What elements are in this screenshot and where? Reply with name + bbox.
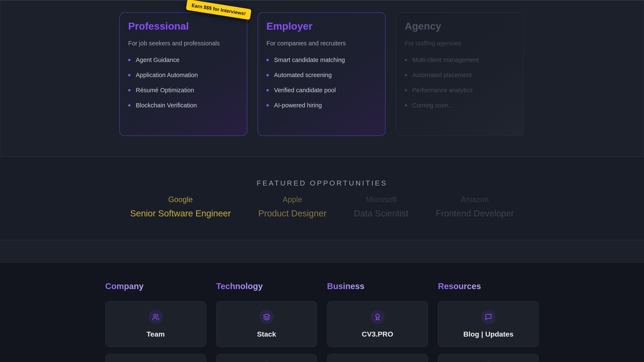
plan-feature-label: Automated placement bbox=[412, 72, 472, 79]
award-icon bbox=[370, 310, 385, 324]
plan-feature-list: Multi-client management Automated placem… bbox=[405, 56, 515, 109]
bullet-dot-icon bbox=[266, 59, 269, 61]
bullet-dot-icon bbox=[128, 59, 130, 61]
plan-card-employer[interactable]: Employer For companies and recruiters Sm… bbox=[258, 12, 386, 136]
footer: Company Team Technology Stack Business C… bbox=[0, 263, 644, 362]
plan-feature-item: Agent Guidance bbox=[128, 56, 238, 63]
footer-column-company: Company Team bbox=[105, 282, 206, 362]
plan-title: Agency bbox=[405, 20, 515, 32]
plan-feature-item: Smart candidate matching bbox=[266, 56, 377, 63]
plan-feature-label: Performance analytics bbox=[412, 87, 473, 94]
footer-link-card[interactable]: Team bbox=[105, 301, 206, 347]
plan-subtitle: For companies and recruiters bbox=[266, 40, 377, 47]
plan-feature-label: Smart candidate matching bbox=[274, 56, 345, 63]
plan-title: Employer bbox=[266, 20, 377, 32]
footer-column-technology: Technology Stack bbox=[216, 282, 317, 362]
plan-feature-item: Coming soon... bbox=[405, 102, 515, 109]
bullet-dot-icon bbox=[266, 104, 269, 107]
bullet-dot-icon bbox=[266, 74, 269, 76]
plan-feature-list: Agent Guidance Application Automation Ré… bbox=[128, 56, 238, 109]
plan-feature-item: Multi-client management bbox=[405, 56, 515, 63]
plan-feature-item: Automated screening bbox=[266, 72, 377, 79]
featured-job[interactable]: Apple Product Designer bbox=[258, 195, 327, 218]
plan-feature-item: Application Automation bbox=[128, 72, 238, 79]
featured-section: FEATURED OPPORTUNITIES Google Senior Sof… bbox=[0, 157, 644, 240]
bullet-dot-icon bbox=[405, 89, 407, 91]
job-role: Product Designer bbox=[258, 208, 327, 218]
plan-feature-label: Application Automation bbox=[136, 72, 198, 79]
job-company: Amazon bbox=[436, 195, 514, 204]
footer-column-cards: CV3.PRO bbox=[327, 301, 428, 362]
footer-link-card[interactable]: Blog | Updates bbox=[438, 301, 539, 347]
plan-feature-label: AI-powered hiring bbox=[274, 102, 322, 109]
plan-cards-row: Earn $$$ for Interviews! Professional Fo… bbox=[119, 0, 525, 136]
plan-feature-item: Résumé Optimization bbox=[128, 87, 238, 94]
featured-job[interactable]: Amazon Frontend Developer bbox=[436, 195, 514, 218]
footer-column-cards: Stack bbox=[216, 301, 317, 362]
plan-feature-item: Verified candidate pool bbox=[266, 87, 377, 94]
bullet-dot-icon bbox=[405, 74, 407, 76]
plan-subtitle: For job seekers and professionals bbox=[128, 40, 238, 47]
featured-job[interactable]: Google Senior Software Engineer bbox=[130, 195, 231, 218]
users-icon bbox=[148, 310, 163, 324]
footer-card-label: Team bbox=[146, 330, 164, 338]
plan-feature-label: Verified candidate pool bbox=[274, 87, 336, 94]
plan-feature-label: Automated screening bbox=[274, 72, 332, 79]
footer-column-resources: Resources Blog | Updates bbox=[438, 282, 539, 362]
featured-job[interactable]: Microsoft Data Scientist bbox=[354, 195, 408, 218]
plan-subtitle: For staffing agencies bbox=[405, 40, 515, 47]
footer-card-label: CV3.PRO bbox=[362, 330, 393, 338]
plan-feature-item: Automated placement bbox=[405, 72, 515, 79]
job-role: Frontend Developer bbox=[436, 208, 514, 218]
bullet-dot-icon bbox=[405, 104, 407, 107]
job-company: Google bbox=[130, 195, 231, 204]
featured-jobs-row: Google Senior Software Engineer Apple Pr… bbox=[0, 195, 644, 218]
footer-link-card-partial[interactable] bbox=[216, 354, 317, 362]
footer-card-label: Blog | Updates bbox=[463, 330, 513, 338]
job-company: Microsoft bbox=[354, 195, 408, 204]
plan-feature-label: Multi-client management bbox=[412, 56, 479, 63]
plan-feature-item: AI-powered hiring bbox=[266, 102, 377, 109]
landing-page: Earn $$$ for Interviews! Professional Fo… bbox=[0, 0, 644, 362]
footer-column-business: Business CV3.PRO bbox=[327, 282, 428, 362]
footer-column-heading: Technology bbox=[216, 282, 263, 291]
message-square-icon bbox=[481, 310, 496, 324]
plan-feature-list: Smart candidate matching Automated scree… bbox=[266, 56, 377, 109]
job-role: Senior Software Engineer bbox=[130, 208, 231, 218]
plan-feature-label: Résumé Optimization bbox=[136, 87, 194, 94]
plan-feature-label: Coming soon... bbox=[412, 102, 453, 109]
plan-card-professional[interactable]: Professional For job seekers and profess… bbox=[119, 12, 247, 136]
footer-grid: Company Team Technology Stack Business C… bbox=[105, 282, 539, 362]
featured-title: FEATURED OPPORTUNITIES bbox=[0, 157, 644, 187]
plan-card-agency[interactable]: Agency For staffing agencies Multi-clien… bbox=[396, 12, 524, 136]
bullet-dot-icon bbox=[128, 74, 130, 76]
plan-feature-item: Performance analytics bbox=[405, 87, 515, 94]
bullet-dot-icon bbox=[128, 89, 130, 91]
spacer-strip bbox=[0, 240, 644, 263]
footer-column-heading: Company bbox=[105, 282, 144, 291]
plans-section: Earn $$$ for Interviews! Professional Fo… bbox=[0, 0, 644, 157]
bullet-dot-icon bbox=[128, 104, 130, 107]
job-role: Data Scientist bbox=[354, 208, 408, 218]
footer-link-card[interactable]: Stack bbox=[216, 301, 317, 347]
plan-feature-item: Blockchain Verification bbox=[128, 102, 238, 109]
footer-link-card-partial[interactable] bbox=[327, 354, 428, 362]
footer-card-label: Stack bbox=[257, 330, 276, 338]
job-company: Apple bbox=[258, 195, 327, 204]
bullet-dot-icon bbox=[405, 59, 407, 61]
footer-link-card[interactable]: CV3.PRO bbox=[327, 301, 428, 347]
plan-title: Professional bbox=[128, 20, 238, 32]
footer-link-card-partial[interactable] bbox=[438, 354, 539, 362]
plan-feature-label: Blockchain Verification bbox=[136, 102, 197, 109]
bullet-dot-icon bbox=[266, 89, 269, 91]
footer-column-cards: Blog | Updates bbox=[438, 301, 539, 362]
footer-link-card-partial[interactable] bbox=[105, 354, 206, 362]
footer-column-heading: Business bbox=[327, 282, 364, 291]
footer-column-heading: Resources bbox=[438, 282, 481, 291]
plan-feature-label: Agent Guidance bbox=[136, 56, 180, 63]
layers-icon bbox=[260, 310, 274, 324]
footer-column-cards: Team bbox=[105, 301, 206, 362]
